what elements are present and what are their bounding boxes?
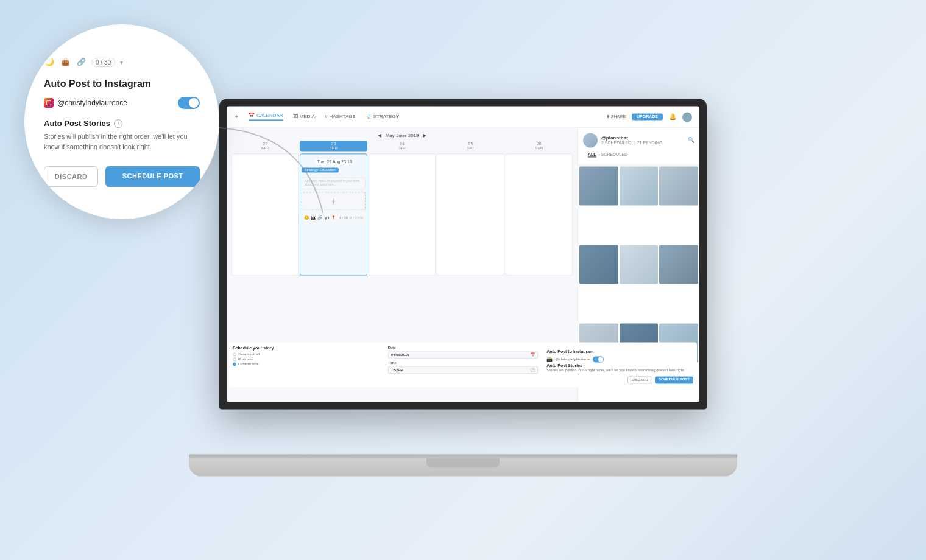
nav-hashtags[interactable]: # HASHTAGS [325,114,356,119]
option-now[interactable]: Post now [233,357,383,361]
upgrade-button[interactable]: UPGRADE [632,113,663,120]
time-label: Time [388,361,539,365]
ig-info: @plannthat 2 SCHEDULED | 71 PENDING [601,135,662,145]
emoji-icon[interactable]: 😊 [304,215,309,220]
option-custom[interactable]: Custom time [233,362,383,366]
small-discard-button[interactable]: DISCARD [627,376,652,383]
char-counter: 0 / 30 [339,216,348,220]
calendar-body: Tue, 23 Aug 23:18 Strategy: Education Ad… [231,153,573,275]
radio-group: Save as draft Post now Custom time [233,352,383,366]
ig-username: @plannthat [601,135,662,141]
prev-arrow[interactable]: ◀ [378,133,381,138]
location-icon[interactable]: 📍 [331,215,336,220]
ig-logo-tiny: 📸 [546,357,553,362]
cal-day-26[interactable]: 26SUN [506,141,573,151]
ig-search-icon[interactable]: 🔍 [688,137,694,143]
date-input[interactable]: 04/09/2019 📅 [388,351,539,359]
toggle-switch-small[interactable] [593,356,604,362]
next-arrow[interactable]: ▶ [423,133,426,138]
link-icon[interactable]: 🔗 [317,215,323,220]
popup-toggle-knob [189,98,199,108]
nav-media[interactable]: 🖼 MEDIA [293,114,315,119]
cal-day-23[interactable]: 23THU [300,141,367,151]
cal-day-22[interactable]: 22WED [231,141,299,151]
ig-cell-3 [659,166,698,205]
info-icon[interactable]: i [114,119,122,128]
schedule-panel: Schedule your story Save as draft Post n… [227,340,699,390]
hashtags-icon: # [325,114,327,119]
ig-header: @plannthat 2 SCHEDULED | 71 PENDING 🔍 [578,128,699,165]
form-title: Schedule your story [233,346,383,350]
app-screen: ✦ 📅 CALENDAR 🖼 MEDIA # HASHTAGS 📊 [227,106,699,402]
time-input[interactable]: 1:52PM 🕑 [388,366,539,374]
cal-col-fri [506,153,573,275]
toggle-knob-small [598,357,603,362]
add-story-button[interactable]: + [302,192,365,210]
popup-subtitle: Auto Post Stories i [44,119,122,128]
app-content: ◀ May-June 2019 ▶ 22WED 23THU 24FRI 25SA… [227,128,699,402]
popup-char-counter: 0 / 30 [91,58,115,67]
option-draft[interactable]: Save as draft [233,352,383,356]
calendar-header: ◀ May-June 2019 ▶ [231,133,573,138]
calendar-days: 22WED 23THU 24FRI 25SAT 26SUN [231,141,573,151]
ig-tabs: ALL SCHEDULED [583,150,694,159]
action-bar: 😊 🖼 🔗 🏷 📍 0 / 30 2 / 2200 [302,212,365,223]
instagram-logo [44,98,54,108]
image-icon[interactable]: 🖼 [311,216,316,220]
chevron-down-icon: ▾ [120,59,123,66]
date-badge: Tue, 23 Aug 23:18 [315,159,355,164]
popup-toggle[interactable] [178,97,200,109]
ig-cell-4 [579,245,618,284]
cal-day-25[interactable]: 25SAT [437,141,504,151]
app-nav: ✦ 📅 CALENDAR 🖼 MEDIA # HASHTAGS 📊 [227,106,699,128]
account-label: @christyladylaurence [555,357,590,361]
link2-icon: 🔗 [76,57,87,68]
calendar-area: ◀ May-June 2019 ▶ 22WED 23THU 24FRI 25SA… [227,128,578,402]
ig-tab-scheduled[interactable]: SCHEDULED [601,152,628,157]
ig-tab-all[interactable]: ALL [588,152,596,157]
ig-profile: @plannthat 2 SCHEDULED | 71 PENDING 🔍 [583,133,694,147]
discard-button[interactable]: DISCARD [44,166,98,187]
story-note-input[interactable]: Add story notes for yourself or your tea… [302,177,365,189]
auto-post-section: Auto Post to Instagram 📸 @christyladylau… [543,346,693,373]
ig-stats: 2 SCHEDULED | 71 PENDING [601,141,662,145]
popup-title: Auto Post to Instagram [44,79,151,89]
clock-icon: 🕑 [531,368,535,372]
cal-col-today: Tue, 23 Aug 23:18 Strategy: Education Ad… [300,153,367,275]
laptop-base [189,458,737,476]
auto-stories-desc-small: Stories will publish in the right order,… [546,368,690,373]
form-actions: DISCARD SCHEDULE POST [233,376,693,383]
ig-avatar [583,133,598,147]
small-schedule-button[interactable]: SCHEDULE POST [655,376,693,383]
share-icon: ⬆ [606,114,610,119]
date-label: Date [388,346,539,349]
form-col-autopost: Auto Post to Instagram 📸 @christyladylau… [543,346,693,374]
ig-cell-2 [620,166,659,205]
cal-col-thu [437,153,504,275]
nav-strategy[interactable]: 📊 STRATEGY [366,114,400,119]
auto-post-title: Auto Post to Instagram [546,349,690,354]
cal-col-wed [369,153,436,275]
nav-calendar[interactable]: 📅 CALENDAR [249,113,283,121]
schedule-form: Schedule your story Save as draft Post n… [229,342,697,387]
laptop-mockup: ✦ 📅 CALENDAR 🖼 MEDIA # HASHTAGS 📊 [189,99,737,476]
popup-actions: DISCARD SCHEDULE POST [44,166,200,187]
cal-col-mon [231,153,299,275]
tag-icon[interactable]: 🏷 [325,216,329,220]
cal-day-24[interactable]: 24FRI [369,141,436,151]
popup-account-name: @christyladylaurence [57,99,127,107]
ig-cell-6 [659,245,698,284]
popup-account-row: @christyladylaurence [44,97,200,109]
account-left: @christyladylaurence [44,98,127,108]
laptop-screen: ✦ 📅 CALENDAR 🖼 MEDIA # HASHTAGS 📊 [227,106,699,402]
share-button[interactable]: ⬆ SHARE [606,114,626,119]
laptop-screen-bezel: ✦ 📅 CALENDAR 🖼 MEDIA # HASHTAGS 📊 [219,99,707,409]
notifications-button[interactable]: 🔔 [669,113,676,120]
schedule-post-button[interactable]: SCHEDULE POST [105,166,200,187]
form-row-main: Schedule your story Save as draft Post n… [233,346,693,374]
char-counter2: 2 / 2200 [350,216,363,220]
bag-icon: 👜 [60,57,71,68]
avatar[interactable] [682,112,692,122]
zoom-popup: 🌙 👜 🔗 0 / 30 ▾ Auto Post to Instagram @c… [24,24,219,219]
auto-stories-title-small: Auto Post Stories [546,363,690,368]
